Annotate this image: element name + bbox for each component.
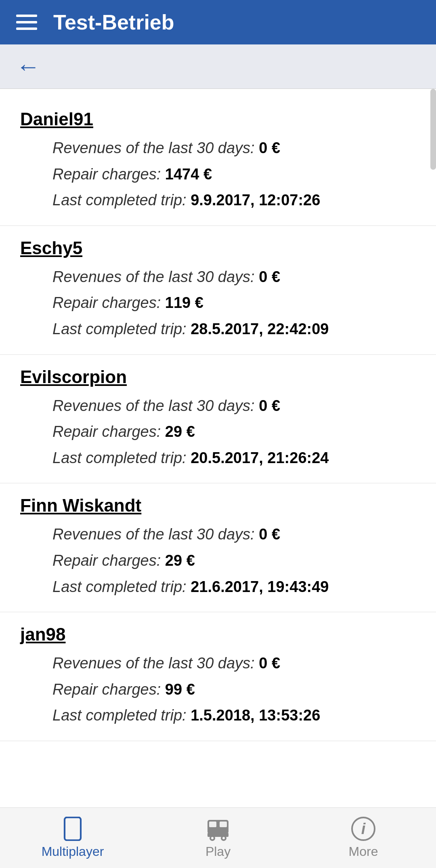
revenues-row: Revenues of the last 30 days: 0 € bbox=[52, 521, 416, 548]
revenues-label: Revenues of the last 30 days: bbox=[52, 655, 255, 672]
trip-label: Last completed trip: bbox=[52, 449, 187, 466]
revenues-value: 0 € bbox=[259, 139, 280, 156]
trip-row: Last completed trip: 28.5.2017, 22:42:09 bbox=[52, 316, 416, 342]
nav-item-play[interactable]: Play bbox=[145, 817, 291, 859]
nav-item-more[interactable]: i More bbox=[291, 817, 436, 859]
drivers-list: Daniel91 Revenues of the last 30 days: 0… bbox=[0, 89, 436, 749]
svg-rect-0 bbox=[65, 817, 81, 841]
repair-label: Repair charges: bbox=[52, 552, 161, 569]
revenues-label: Revenues of the last 30 days: bbox=[52, 268, 255, 285]
repair-row: Repair charges: 29 € bbox=[52, 419, 416, 445]
driver-name: Finn Wiskandt bbox=[20, 495, 416, 516]
repair-value: 99 € bbox=[165, 681, 195, 698]
repair-value: 29 € bbox=[165, 552, 195, 569]
driver-details: Revenues of the last 30 days: 0 € Repair… bbox=[20, 650, 416, 729]
driver-item[interactable]: jan98 Revenues of the last 30 days: 0 € … bbox=[0, 612, 436, 741]
trip-row: Last completed trip: 9.9.2017, 12:07:26 bbox=[52, 187, 416, 213]
revenues-row: Revenues of the last 30 days: 0 € bbox=[52, 393, 416, 419]
revenues-value: 0 € bbox=[259, 526, 280, 543]
repair-label: Repair charges: bbox=[52, 294, 161, 311]
trip-value: 9.9.2017, 12:07:26 bbox=[191, 192, 320, 209]
repair-label: Repair charges: bbox=[52, 423, 161, 440]
trip-row: Last completed trip: 21.6.2017, 19:43:49 bbox=[52, 574, 416, 600]
revenues-value: 0 € bbox=[259, 268, 280, 285]
driver-item[interactable]: Eschy5 Revenues of the last 30 days: 0 €… bbox=[0, 226, 436, 355]
revenues-label: Revenues of the last 30 days: bbox=[52, 397, 255, 414]
repair-row: Repair charges: 99 € bbox=[52, 676, 416, 703]
nav-item-multiplayer[interactable]: Multiplayer bbox=[0, 817, 145, 859]
repair-row: Repair charges: 29 € bbox=[52, 548, 416, 574]
revenues-label: Revenues of the last 30 days: bbox=[52, 139, 255, 156]
trip-label: Last completed trip: bbox=[52, 707, 187, 724]
svg-rect-2 bbox=[209, 822, 216, 827]
driver-name: Daniel91 bbox=[20, 109, 416, 129]
revenues-value: 0 € bbox=[259, 655, 280, 672]
more-info-icon: i bbox=[351, 817, 375, 841]
driver-name: jan98 bbox=[20, 624, 416, 645]
driver-item[interactable]: Finn Wiskandt Revenues of the last 30 da… bbox=[0, 483, 436, 612]
revenues-row: Revenues of the last 30 days: 0 € bbox=[52, 650, 416, 676]
back-button[interactable]: ← bbox=[16, 55, 40, 79]
play-label: Play bbox=[205, 844, 231, 859]
repair-value: 29 € bbox=[165, 423, 195, 440]
revenues-row: Revenues of the last 30 days: 0 € bbox=[52, 135, 416, 161]
bottom-navigation: Multiplayer Play i More bbox=[0, 807, 436, 868]
driver-details: Revenues of the last 30 days: 0 € Repair… bbox=[20, 135, 416, 213]
revenues-row: Revenues of the last 30 days: 0 € bbox=[52, 264, 416, 290]
multiplayer-label: Multiplayer bbox=[42, 844, 104, 859]
app-header: Test-Betrieb bbox=[0, 0, 436, 44]
trip-label: Last completed trip: bbox=[52, 320, 187, 337]
driver-details: Revenues of the last 30 days: 0 € Repair… bbox=[20, 264, 416, 342]
trip-value: 1.5.2018, 13:53:26 bbox=[191, 707, 320, 724]
multiplayer-icon bbox=[61, 817, 85, 841]
driver-name: Evilscorpion bbox=[20, 367, 416, 387]
subheader-bar: ← bbox=[0, 44, 436, 89]
driver-details: Revenues of the last 30 days: 0 € Repair… bbox=[20, 393, 416, 471]
trip-value: 20.5.2017, 21:26:24 bbox=[191, 449, 329, 466]
revenues-label: Revenues of the last 30 days: bbox=[52, 526, 255, 543]
svg-rect-3 bbox=[220, 822, 227, 827]
header-title: Test-Betrieb bbox=[53, 10, 174, 34]
driver-item[interactable]: Daniel91 Revenues of the last 30 days: 0… bbox=[0, 97, 436, 226]
trip-label: Last completed trip: bbox=[52, 192, 187, 209]
trip-value: 21.6.2017, 19:43:49 bbox=[191, 578, 329, 595]
play-bus-icon bbox=[206, 817, 230, 841]
revenues-value: 0 € bbox=[259, 397, 280, 414]
more-label: More bbox=[349, 844, 378, 859]
repair-value: 1474 € bbox=[165, 166, 212, 183]
repair-row: Repair charges: 119 € bbox=[52, 290, 416, 316]
scrollbar-indicator bbox=[430, 89, 436, 170]
svg-point-6 bbox=[211, 837, 214, 839]
driver-name: Eschy5 bbox=[20, 238, 416, 258]
trip-value: 28.5.2017, 22:42:09 bbox=[191, 320, 329, 337]
trip-row: Last completed trip: 1.5.2018, 13:53:26 bbox=[52, 702, 416, 729]
trip-label: Last completed trip: bbox=[52, 578, 187, 595]
repair-label: Repair charges: bbox=[52, 166, 161, 183]
trip-row: Last completed trip: 20.5.2017, 21:26:24 bbox=[52, 445, 416, 471]
repair-value: 119 € bbox=[165, 294, 203, 311]
driver-details: Revenues of the last 30 days: 0 € Repair… bbox=[20, 521, 416, 600]
driver-item[interactable]: Evilscorpion Revenues of the last 30 day… bbox=[0, 355, 436, 484]
hamburger-menu-button[interactable] bbox=[16, 15, 37, 30]
repair-label: Repair charges: bbox=[52, 681, 161, 698]
svg-point-8 bbox=[222, 837, 225, 839]
repair-row: Repair charges: 1474 € bbox=[52, 161, 416, 188]
